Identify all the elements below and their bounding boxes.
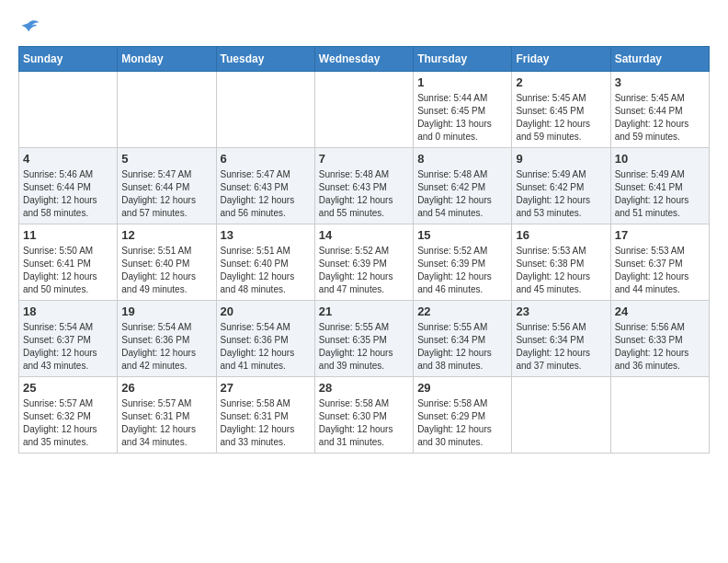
- calendar-cell: 13Sunrise: 5:51 AMSunset: 6:40 PMDayligh…: [216, 224, 314, 301]
- calendar-cell: 23Sunrise: 5:56 AMSunset: 6:34 PMDayligh…: [512, 301, 610, 377]
- day-info: Sunrise: 5:56 AMSunset: 6:34 PMDaylight:…: [516, 321, 606, 373]
- weekday-header-tuesday: Tuesday: [216, 47, 314, 72]
- day-number: 8: [417, 152, 507, 166]
- day-number: 23: [516, 304, 606, 318]
- day-info: Sunrise: 5:44 AMSunset: 6:45 PMDaylight:…: [417, 92, 507, 144]
- calendar-cell: 16Sunrise: 5:53 AMSunset: 6:38 PMDayligh…: [512, 224, 610, 301]
- calendar-cell: 28Sunrise: 5:58 AMSunset: 6:30 PMDayligh…: [314, 377, 413, 454]
- day-number: 3: [615, 75, 705, 89]
- calendar-body: 1Sunrise: 5:44 AMSunset: 6:45 PMDaylight…: [19, 72, 710, 454]
- calendar-cell: 29Sunrise: 5:58 AMSunset: 6:29 PMDayligh…: [414, 377, 512, 454]
- calendar-cell: 26Sunrise: 5:57 AMSunset: 6:31 PMDayligh…: [118, 377, 216, 454]
- day-number: 11: [23, 228, 113, 242]
- day-info: Sunrise: 5:54 AMSunset: 6:36 PMDaylight:…: [121, 321, 211, 373]
- day-number: 13: [221, 228, 311, 242]
- calendar-cell: 15Sunrise: 5:52 AMSunset: 6:39 PMDayligh…: [414, 224, 512, 301]
- calendar-cell: 8Sunrise: 5:48 AMSunset: 6:42 PMDaylight…: [414, 148, 512, 224]
- day-info: Sunrise: 5:45 AMSunset: 6:45 PMDaylight:…: [516, 92, 606, 144]
- day-info: Sunrise: 5:52 AMSunset: 6:39 PMDaylight:…: [319, 245, 409, 296]
- weekday-header-friday: Friday: [512, 47, 610, 72]
- day-number: 16: [516, 228, 606, 242]
- calendar-cell: [19, 72, 118, 148]
- day-number: 28: [319, 381, 409, 395]
- calendar-cell: 21Sunrise: 5:55 AMSunset: 6:35 PMDayligh…: [314, 301, 413, 377]
- weekday-row: SundayMondayTuesdayWednesdayThursdayFrid…: [19, 47, 710, 72]
- day-number: 6: [221, 152, 311, 166]
- day-info: Sunrise: 5:58 AMSunset: 6:31 PMDaylight:…: [221, 397, 311, 449]
- calendar-table: SundayMondayTuesdayWednesdayThursdayFrid…: [18, 46, 710, 454]
- day-number: 4: [23, 152, 113, 166]
- week-row-3: 11Sunrise: 5:50 AMSunset: 6:41 PMDayligh…: [19, 224, 710, 301]
- calendar-cell: [118, 72, 216, 148]
- day-info: Sunrise: 5:49 AMSunset: 6:41 PMDaylight:…: [615, 168, 705, 220]
- day-number: 2: [516, 75, 606, 89]
- day-number: 1: [417, 75, 507, 89]
- day-number: 24: [615, 304, 705, 318]
- day-number: 18: [23, 304, 113, 318]
- logo: [18, 18, 44, 37]
- calendar-cell: 25Sunrise: 5:57 AMSunset: 6:32 PMDayligh…: [19, 377, 118, 454]
- calendar-header: SundayMondayTuesdayWednesdayThursdayFrid…: [19, 47, 710, 72]
- day-info: Sunrise: 5:57 AMSunset: 6:31 PMDaylight:…: [121, 397, 211, 449]
- calendar-cell: 14Sunrise: 5:52 AMSunset: 6:39 PMDayligh…: [314, 224, 413, 301]
- day-number: 27: [221, 381, 311, 395]
- week-row-4: 18Sunrise: 5:54 AMSunset: 6:37 PMDayligh…: [19, 301, 710, 377]
- calendar-cell: 24Sunrise: 5:56 AMSunset: 6:33 PMDayligh…: [610, 301, 709, 377]
- day-number: 26: [121, 381, 211, 395]
- logo-bird-icon: [18, 18, 40, 37]
- day-info: Sunrise: 5:45 AMSunset: 6:44 PMDaylight:…: [615, 92, 705, 144]
- day-info: Sunrise: 5:47 AMSunset: 6:44 PMDaylight:…: [121, 168, 211, 220]
- weekday-header-monday: Monday: [118, 47, 216, 72]
- calendar-cell: [610, 377, 709, 454]
- calendar-cell: 9Sunrise: 5:49 AMSunset: 6:42 PMDaylight…: [512, 148, 610, 224]
- calendar-cell: [216, 72, 314, 148]
- calendar-cell: [314, 72, 413, 148]
- calendar-cell: 27Sunrise: 5:58 AMSunset: 6:31 PMDayligh…: [216, 377, 314, 454]
- day-info: Sunrise: 5:58 AMSunset: 6:30 PMDaylight:…: [319, 397, 409, 449]
- day-number: 25: [23, 381, 113, 395]
- day-number: 10: [615, 152, 705, 166]
- calendar-cell: 22Sunrise: 5:55 AMSunset: 6:34 PMDayligh…: [414, 301, 512, 377]
- day-info: Sunrise: 5:49 AMSunset: 6:42 PMDaylight:…: [516, 168, 606, 220]
- day-number: 17: [615, 228, 705, 242]
- day-info: Sunrise: 5:50 AMSunset: 6:41 PMDaylight:…: [23, 245, 113, 296]
- week-row-2: 4Sunrise: 5:46 AMSunset: 6:44 PMDaylight…: [19, 148, 710, 224]
- week-row-1: 1Sunrise: 5:44 AMSunset: 6:45 PMDaylight…: [19, 72, 710, 148]
- calendar-cell: 20Sunrise: 5:54 AMSunset: 6:36 PMDayligh…: [216, 301, 314, 377]
- calendar-cell: 6Sunrise: 5:47 AMSunset: 6:43 PMDaylight…: [216, 148, 314, 224]
- day-info: Sunrise: 5:54 AMSunset: 6:37 PMDaylight:…: [23, 321, 113, 373]
- day-number: 19: [121, 304, 211, 318]
- day-info: Sunrise: 5:51 AMSunset: 6:40 PMDaylight:…: [221, 245, 311, 296]
- day-number: 14: [319, 228, 409, 242]
- calendar-cell: 19Sunrise: 5:54 AMSunset: 6:36 PMDayligh…: [118, 301, 216, 377]
- day-number: 20: [221, 304, 311, 318]
- calendar-cell: 17Sunrise: 5:53 AMSunset: 6:37 PMDayligh…: [610, 224, 709, 301]
- day-info: Sunrise: 5:55 AMSunset: 6:35 PMDaylight:…: [319, 321, 409, 373]
- calendar-cell: 1Sunrise: 5:44 AMSunset: 6:45 PMDaylight…: [414, 72, 512, 148]
- calendar-cell: 4Sunrise: 5:46 AMSunset: 6:44 PMDaylight…: [19, 148, 118, 224]
- day-info: Sunrise: 5:51 AMSunset: 6:40 PMDaylight:…: [121, 245, 211, 296]
- day-info: Sunrise: 5:57 AMSunset: 6:32 PMDaylight:…: [23, 397, 113, 449]
- day-info: Sunrise: 5:48 AMSunset: 6:43 PMDaylight:…: [319, 168, 409, 220]
- weekday-header-thursday: Thursday: [414, 47, 512, 72]
- week-row-5: 25Sunrise: 5:57 AMSunset: 6:32 PMDayligh…: [19, 377, 710, 454]
- day-number: 12: [121, 228, 211, 242]
- day-info: Sunrise: 5:48 AMSunset: 6:42 PMDaylight:…: [417, 168, 507, 220]
- weekday-header-wednesday: Wednesday: [314, 47, 413, 72]
- day-info: Sunrise: 5:56 AMSunset: 6:33 PMDaylight:…: [615, 321, 705, 373]
- day-number: 29: [417, 381, 507, 395]
- day-info: Sunrise: 5:55 AMSunset: 6:34 PMDaylight:…: [417, 321, 507, 373]
- day-number: 9: [516, 152, 606, 166]
- weekday-header-sunday: Sunday: [19, 47, 118, 72]
- day-info: Sunrise: 5:53 AMSunset: 6:38 PMDaylight:…: [516, 245, 606, 296]
- day-info: Sunrise: 5:53 AMSunset: 6:37 PMDaylight:…: [615, 245, 705, 296]
- weekday-header-saturday: Saturday: [610, 47, 709, 72]
- day-number: 22: [417, 304, 507, 318]
- day-number: 7: [319, 152, 409, 166]
- calendar-cell: 7Sunrise: 5:48 AMSunset: 6:43 PMDaylight…: [314, 148, 413, 224]
- day-number: 21: [319, 304, 409, 318]
- calendar-cell: 10Sunrise: 5:49 AMSunset: 6:41 PMDayligh…: [610, 148, 709, 224]
- day-info: Sunrise: 5:54 AMSunset: 6:36 PMDaylight:…: [221, 321, 311, 373]
- calendar-cell: [512, 377, 610, 454]
- calendar-cell: 5Sunrise: 5:47 AMSunset: 6:44 PMDaylight…: [118, 148, 216, 224]
